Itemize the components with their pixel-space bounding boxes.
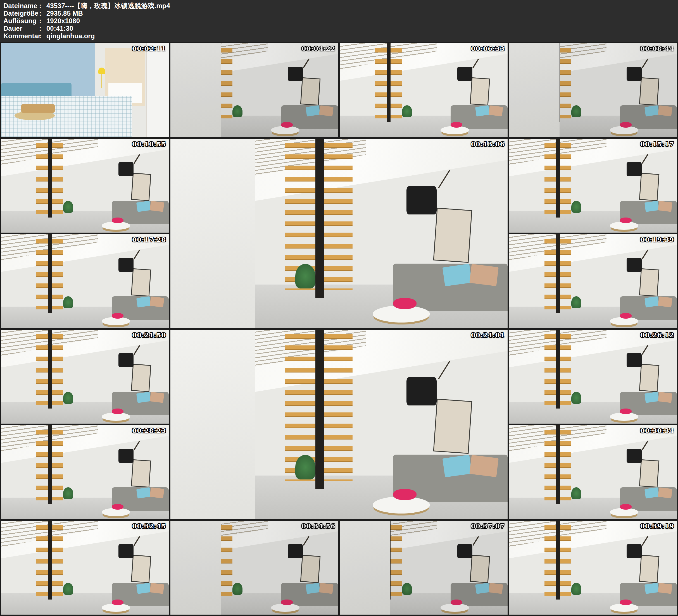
plant-graphic	[63, 487, 73, 500]
wall-lamp-graphic	[118, 449, 134, 463]
plant-graphic	[571, 201, 581, 213]
metadata-header: Dateiname:43537----【嗨，玫瑰】冰锁逃脱游戏.mp4 Date…	[0, 0, 678, 42]
pink-cloth-graphic	[451, 122, 462, 128]
pink-cloth-graphic	[620, 122, 632, 128]
comment-value: qinglanhua.org	[46, 32, 675, 40]
wall-lamp-graphic	[627, 544, 642, 558]
plant-graphic	[63, 583, 73, 595]
wall-frame-graphic	[131, 555, 151, 583]
pillow-graphic	[475, 105, 490, 116]
stair-pole-graphic	[315, 330, 324, 489]
stair-pole-graphic	[48, 425, 52, 504]
timestamp-overlay: 00:06:33	[471, 45, 505, 52]
timestamp-overlay: 00:10:55	[132, 140, 166, 148]
stair-pole-graphic	[48, 139, 52, 218]
wall-frame-graphic	[639, 459, 660, 488]
timestamp-overlay: 00:28:23	[132, 427, 166, 434]
wall-lamp-graphic	[118, 353, 134, 367]
pillar-graphic	[171, 330, 255, 519]
wall-frame-graphic	[639, 364, 660, 392]
pink-cloth-graphic	[112, 409, 123, 414]
stair-pole-graphic	[48, 330, 52, 409]
pink-cloth-graphic	[112, 600, 123, 605]
pillow-graphic	[475, 583, 490, 594]
duration-value: 00:41:30	[46, 25, 675, 32]
plant-graphic	[402, 583, 412, 595]
pillow-graphic	[644, 201, 659, 212]
timestamp-overlay: 00:13:06	[471, 140, 505, 148]
pillow-graphic	[442, 264, 472, 286]
wall-frame-graphic	[131, 459, 151, 488]
video-thumbnail-tile: 00:30:34	[509, 425, 677, 519]
pillow-graphic	[658, 583, 672, 594]
pillow-graphic	[136, 392, 151, 403]
timestamp-overlay: 00:02:11	[132, 45, 166, 52]
pink-cloth-graphic	[281, 600, 293, 605]
video-thumbnail-tile: 00:10:55	[1, 139, 169, 233]
wall-lamp-graphic	[627, 258, 642, 272]
plant-graphic	[232, 583, 242, 595]
pillar-graphic	[509, 43, 560, 137]
pillow-graphic	[489, 105, 503, 116]
thumbnail-grid: 00:02:11 00:04:22	[0, 42, 678, 616]
pink-cloth-graphic	[281, 122, 293, 128]
video-thumbnail-tile: 00:34:56	[171, 521, 338, 615]
field-label: Auflösung	[3, 17, 39, 25]
pillow-graphic	[658, 487, 672, 498]
video-thumbnail-tile: 00:13:06	[171, 139, 507, 328]
pillow-graphic	[658, 201, 672, 211]
pink-cloth-graphic	[112, 504, 123, 510]
video-thumbnail-tile: 00:39:19	[509, 521, 677, 615]
field-separator: :	[39, 32, 46, 40]
plant-graphic	[232, 105, 242, 118]
timestamp-overlay: 00:34:56	[301, 522, 335, 530]
wall-frame-graphic	[639, 173, 660, 201]
video-thumbnail-tile: 00:21:50	[1, 330, 169, 424]
plant-graphic	[571, 583, 581, 595]
wall-frame-graphic	[433, 399, 473, 454]
video-thumbnail-tile: 00:08:44	[509, 43, 677, 137]
wall-frame-graphic	[639, 77, 660, 106]
plant-graphic	[63, 201, 73, 213]
pink-cloth-graphic	[620, 218, 632, 223]
timestamp-overlay: 00:19:39	[640, 236, 674, 243]
pink-cloth-graphic	[112, 218, 123, 223]
pillow-graphic	[319, 583, 334, 594]
pillow-graphic	[644, 105, 659, 116]
pillow-graphic	[658, 392, 672, 403]
meta-row-filesize: Dateigröße:2935.85 MB	[3, 9, 675, 17]
pillow-graphic	[469, 264, 498, 286]
wall-lamp-graphic	[457, 67, 473, 81]
field-label: Kommentar	[3, 32, 39, 40]
pillow-graphic	[658, 296, 672, 307]
wall-lamp-graphic	[118, 544, 134, 558]
stair-pole-graphic	[556, 425, 560, 504]
field-label: Dateiname	[3, 2, 39, 9]
wall-lamp-graphic	[288, 544, 303, 558]
wall-lamp-graphic	[627, 162, 642, 176]
meta-row-comment: Kommentar:qinglanhua.org	[3, 32, 675, 40]
meta-row-resolution: Auflösung:1920x1080	[3, 17, 675, 25]
pillow-graphic	[489, 583, 503, 594]
video-thumbnail-tile: 00:19:39	[509, 234, 677, 328]
wall-frame-graphic	[469, 555, 490, 583]
plant-graphic	[571, 105, 581, 118]
plant-graphic	[295, 264, 315, 288]
filesize-value: 2935.85 MB	[46, 9, 675, 17]
pillar-graphic	[340, 521, 390, 615]
plant-graphic	[295, 455, 315, 479]
pillow-graphic	[150, 487, 164, 498]
wall-lamp-graphic	[627, 67, 642, 81]
wall-lamp-graphic	[627, 449, 642, 463]
timestamp-overlay: 00:24:01	[471, 331, 505, 339]
pillow-graphic	[136, 201, 151, 212]
timestamp-overlay: 00:37:07	[471, 522, 505, 530]
plant-graphic	[63, 296, 73, 309]
tea-tray-graphic	[21, 104, 55, 113]
plant-graphic	[571, 296, 581, 309]
video-thumbnail-tile: 00:06:33	[340, 43, 507, 137]
pink-cloth-graphic	[620, 313, 632, 319]
stair-pole-graphic	[315, 139, 324, 298]
pink-cloth-graphic	[393, 489, 417, 500]
pink-cloth-graphic	[620, 504, 632, 510]
